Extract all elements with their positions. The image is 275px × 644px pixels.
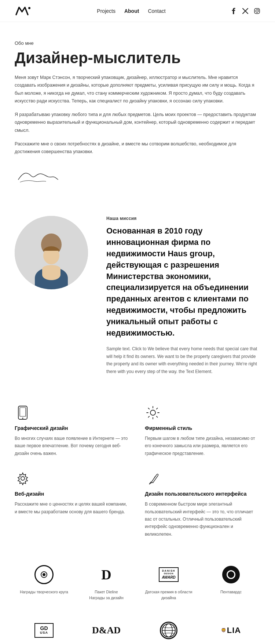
svg-point-19 <box>21 477 25 480</box>
service-graphic-design: Графический дизайн Во многих случаях ваш… <box>15 405 130 457</box>
award-danish: DANISH DESIGN AWARD Датская премия в обл… <box>139 564 198 601</box>
award-gd-usa: GD USA Американская премия в области гра… <box>15 619 73 644</box>
mission-section: Наша миссия Основанная в 2010 году иннов… <box>0 201 275 390</box>
awards-row-1: Награды творческого круга D Пакет Dielin… <box>0 553 275 616</box>
service-brand: Фирменный стиль Первым шагом в любом тип… <box>145 405 260 457</box>
pencil-icon <box>145 470 161 486</box>
creative-circle-logo <box>31 564 57 586</box>
service-webdesign: Веб-дизайн Расскажите мне о ценностях и … <box>15 470 130 538</box>
x-twitter-icon[interactable] <box>242 8 249 14</box>
mission-photo <box>15 216 95 289</box>
mobile-icon <box>15 405 31 421</box>
signature <box>15 167 260 187</box>
award-1-label: Награды творческого круга <box>20 589 68 595</box>
gear-icon <box>15 470 31 486</box>
service-1-title: Графический дизайн <box>15 425 130 431</box>
svg-line-16 <box>157 416 158 417</box>
awards-row-2: GD USA Американская премия в области гра… <box>0 616 275 644</box>
service-2-text: Первым шагом в любом типе дизайна, незав… <box>145 435 260 457</box>
services-section: Графический дизайн Во многих случаях ваш… <box>0 390 275 553</box>
danish-logo: DANISH DESIGN AWARD <box>156 564 182 586</box>
award-pentawards: Пентавардс <box>202 564 260 601</box>
main-nav: Projects About Contact <box>97 8 165 14</box>
sun-icon <box>145 405 161 421</box>
about-hero: Обо мне Дизайнер-мыслитель Меня зовут Ма… <box>0 22 275 201</box>
header-social <box>230 8 260 14</box>
nav-contact[interactable]: Contact <box>148 8 165 14</box>
svg-rect-8 <box>20 408 26 416</box>
nav-about[interactable]: About <box>124 8 139 14</box>
red-dot-logo <box>156 619 182 641</box>
mission-label: Наша миссия <box>106 216 260 221</box>
pentawards-logo <box>218 564 244 586</box>
facebook-icon[interactable] <box>230 8 237 14</box>
svg-line-18 <box>148 416 149 417</box>
svg-point-0 <box>28 7 30 9</box>
award-dad: D&AD Награды D&AD <box>77 619 136 644</box>
header: Projects About Contact <box>0 0 275 22</box>
svg-point-2 <box>256 10 258 12</box>
service-3-title: Веб-дизайн <box>15 491 130 497</box>
svg-point-10 <box>150 410 155 415</box>
service-4-title: Дизайн пользовательского интерфейса <box>145 491 260 497</box>
service-4-text: В современном быстром мире элегантный по… <box>145 500 260 538</box>
service-3-text: Расскажите мне о ценностях и целях вашей… <box>15 500 130 515</box>
mission-content: Наша миссия Основанная в 2010 году иннов… <box>106 216 260 375</box>
service-2-title: Фирменный стиль <box>145 425 260 431</box>
award-2-label: Пакет Dieline Награды за дизайн <box>89 589 123 601</box>
svg-rect-1 <box>254 8 260 14</box>
service-1-text: Во многих случаях ваше появление в Интер… <box>15 435 130 457</box>
lia-logo: 🦁 LIA <box>218 619 244 641</box>
about-bio-1: Меня зовут Марк Стэнсон, я творческий уп… <box>15 74 260 105</box>
about-bio-3: Расскажите мне о своих потребностях в ди… <box>15 140 260 156</box>
about-bio-2: Я разрабатываю упаковку любого типа и дл… <box>15 111 260 134</box>
dieline-logo: D <box>94 564 119 586</box>
svg-line-17 <box>157 408 158 409</box>
instagram-icon[interactable] <box>254 8 260 14</box>
award-3-label: Датская премия в области дизайна <box>139 589 198 601</box>
dad-logo: D&AD <box>94 619 119 641</box>
service-ui: Дизайн пользовательского интерфейса В со… <box>145 470 260 538</box>
award-dieline: D Пакет Dieline Награды за дизайн <box>77 564 136 601</box>
logo <box>15 5 32 17</box>
svg-point-3 <box>258 9 259 10</box>
award-red-dot: Награды Красной точки <box>139 619 198 644</box>
about-label: Обо мне <box>15 40 260 46</box>
award-lia: 🦁 LIA Лондонская Международная премия <box>202 619 260 644</box>
mission-text: Sample text. Click to We believe that ev… <box>106 345 260 375</box>
award-creative-circle: Награды творческого круга <box>15 564 73 601</box>
mission-title: Основанная в 2010 году инновационная фир… <box>106 225 260 339</box>
nav-projects[interactable]: Projects <box>97 8 115 14</box>
svg-line-15 <box>148 408 149 409</box>
svg-point-9 <box>22 417 23 419</box>
gd-usa-logo: GD USA <box>31 619 57 641</box>
about-title: Дизайнер-мыслитель <box>15 50 260 66</box>
award-4-label: Пентавардс <box>220 589 242 595</box>
svg-point-22 <box>43 573 45 576</box>
